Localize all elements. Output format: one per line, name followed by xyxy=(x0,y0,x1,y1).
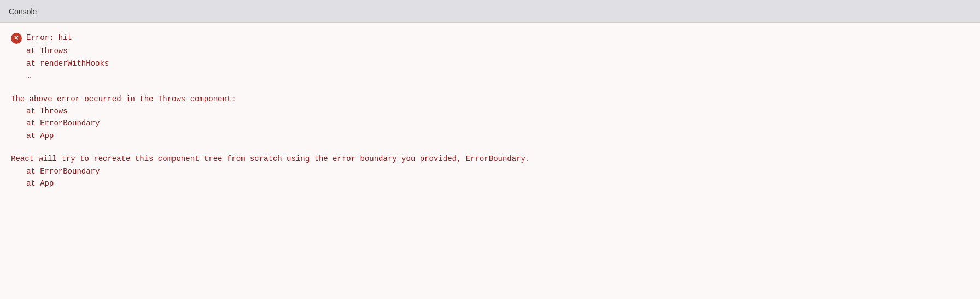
error-block-1: Error: hit at Throws at renderWithHooks … xyxy=(11,32,969,82)
section3-line4: at App xyxy=(11,177,969,189)
section3-line3: at ErrorBoundary xyxy=(11,165,969,177)
console-body[interactable]: Error: hit at Throws at renderWithHooks … xyxy=(0,23,980,299)
console-window: Console Error: hit at Throws at renderWi… xyxy=(0,0,980,299)
error-title: Error: hit xyxy=(26,32,72,44)
section2-line2: at Throws xyxy=(11,105,969,117)
console-title: Console xyxy=(9,7,37,16)
section2-line4: at App xyxy=(11,130,969,142)
stack-line-2: at renderWithHooks xyxy=(11,58,969,70)
error-block-2: The above error occurred in the Throws c… xyxy=(11,93,969,142)
section2-line3: at ErrorBoundary xyxy=(11,117,969,129)
stack-line-1: at Throws xyxy=(11,45,969,57)
stack-ellipsis: … xyxy=(11,70,969,82)
section2-line1: The above error occurred in the Throws c… xyxy=(11,95,236,104)
error-block-3: React will try to recreate this componen… xyxy=(11,153,969,189)
console-header: Console xyxy=(0,0,980,23)
section3-line2: ErrorBoundary. xyxy=(466,154,530,163)
error-icon xyxy=(11,33,22,44)
error-first-line: Error: hit xyxy=(11,32,969,44)
section3-line1: React will try to recreate this componen… xyxy=(11,154,461,163)
